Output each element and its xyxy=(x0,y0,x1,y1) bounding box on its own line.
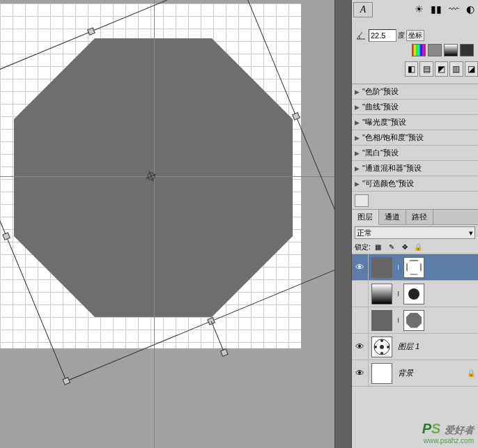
watermark-url: www.psahz.com xyxy=(422,437,474,445)
preset-selcolor[interactable]: ▶"可选颜色"预设 xyxy=(352,176,478,192)
horizontal-guide[interactable] xyxy=(0,176,334,177)
blackwhite-icon[interactable] xyxy=(460,44,474,56)
preset-label: "色相/饱和度"预设 xyxy=(362,132,424,143)
octagon-shape[interactable] xyxy=(14,38,293,317)
layer-thumbnail[interactable] xyxy=(371,310,392,331)
tab-channels[interactable]: 通道 xyxy=(379,210,406,224)
vector-mask-thumbnail[interactable] xyxy=(403,310,424,331)
disclosure-triangle-icon: ▶ xyxy=(355,180,360,187)
link-icon: ⁞ xyxy=(394,316,401,324)
blend-mode-row: 正常 ▾ xyxy=(352,225,478,240)
invert-icon[interactable]: ◧ xyxy=(405,61,418,77)
selcolor-icon[interactable]: ◪ xyxy=(465,61,478,77)
tab-layers[interactable]: 图层 xyxy=(352,210,379,225)
levels-icon[interactable]: ▮▮ xyxy=(429,2,445,16)
svg-rect-12 xyxy=(221,349,228,356)
preset-curves[interactable]: ▶"曲线"预设 xyxy=(352,100,478,115)
preset-label: "黑白"预设 xyxy=(362,148,399,158)
visibility-toggle-icon[interactable] xyxy=(352,281,369,307)
presets-panel: ▶"色阶"预设 ▶"曲线"预设 ▶"曝光度"预设 ▶"色相/饱和度"预设 ▶"黑… xyxy=(352,84,478,387)
coord-button[interactable]: 坐标 xyxy=(406,30,424,41)
watermark-p: P xyxy=(422,421,431,436)
lock-transparency-icon[interactable]: ▦ xyxy=(373,242,384,252)
hue-sat-icon[interactable] xyxy=(428,44,442,56)
disclosure-triangle-icon: ▶ xyxy=(355,165,360,172)
exposure-icon[interactable]: ◐ xyxy=(463,2,479,16)
posterize-icon[interactable]: ▤ xyxy=(419,61,433,77)
preset-levels[interactable]: ▶"色阶"预设 xyxy=(352,84,478,100)
vertical-guide[interactable] xyxy=(154,0,155,448)
disclosure-triangle-icon: ▶ xyxy=(355,88,360,95)
rotation-angle-input[interactable] xyxy=(369,29,396,42)
chevron-down-icon: ▾ xyxy=(469,229,473,238)
disclosure-triangle-icon: ▶ xyxy=(355,119,360,126)
layer-row-gradient[interactable]: ⁞ xyxy=(352,281,478,307)
preset-label: "可选颜色"预设 xyxy=(362,178,414,189)
lock-label: 锁定: xyxy=(355,242,371,252)
vibrance-icon[interactable] xyxy=(412,44,426,56)
tab-paths[interactable]: 路径 xyxy=(406,210,433,224)
link-icon: ⁞ xyxy=(394,263,401,271)
svg-rect-4 xyxy=(63,378,70,385)
preset-label: "色阶"预设 xyxy=(362,86,399,97)
preset-huesat[interactable]: ▶"色相/饱和度"预设 xyxy=(352,130,478,146)
layer-name[interactable]: 图层 1 xyxy=(395,341,419,352)
brightness-icon[interactable]: ☀ xyxy=(412,2,427,16)
gradmap-icon[interactable]: ▥ xyxy=(449,61,463,77)
character-panel-icon[interactable]: A xyxy=(353,2,373,17)
link-icon: ⁞ xyxy=(394,290,401,298)
rotation-angle-row: 度 坐标 xyxy=(352,28,478,43)
threshold-icon[interactable]: ◩ xyxy=(435,61,448,77)
right-panel-stack: A ☀ ▮▮ 〰 ◐ 度 坐标 ◧ ▤ ◩ ▥ ◪ ▶"色阶"预设 ▶"曲线"预… xyxy=(352,0,478,448)
canvas-area[interactable] xyxy=(0,0,334,448)
visibility-toggle-icon[interactable]: 👁 xyxy=(352,360,369,387)
watermark-cn: 爱好者 xyxy=(445,424,474,435)
layer-name[interactable]: 背景 xyxy=(395,368,413,378)
layer-thumbnail[interactable] xyxy=(371,337,392,357)
adjustments-footer xyxy=(352,192,478,210)
layer-thumbnail[interactable] xyxy=(371,363,392,384)
preset-label: "通道混和器"预设 xyxy=(362,163,422,173)
svg-point-17 xyxy=(380,339,383,342)
layer-thumbnail[interactable] xyxy=(371,257,392,278)
watermark-s: S xyxy=(431,421,440,436)
vector-mask-thumbnail[interactable] xyxy=(403,257,424,278)
lock-icon: 🔒 xyxy=(467,369,475,377)
preset-label: "曝光度"预设 xyxy=(362,117,406,128)
svg-point-19 xyxy=(374,346,377,348)
panel-separator[interactable] xyxy=(334,0,352,448)
svg-point-14 xyxy=(408,288,419,300)
visibility-toggle-icon[interactable]: 👁 xyxy=(352,254,369,281)
angle-icon xyxy=(355,30,367,41)
lock-all-icon[interactable]: 🔒 xyxy=(413,242,424,252)
disclosure-triangle-icon: ▶ xyxy=(355,104,360,111)
blend-mode-select[interactable]: 正常 ▾ xyxy=(355,226,475,239)
adjustment-icon-row-1: ☀ ▮▮ 〰 ◐ xyxy=(412,0,478,18)
preset-channelmixer[interactable]: ▶"通道混和器"预设 xyxy=(352,161,478,176)
lock-position-icon[interactable]: ✥ xyxy=(399,242,410,252)
lock-row: 锁定: ▦ ✎ ✥ 🔒 xyxy=(352,240,478,254)
layers-list: 👁 ⁞ ⁞ xyxy=(352,254,478,387)
layer-row-background[interactable]: 👁 背景 🔒 xyxy=(352,360,478,387)
preset-label: "曲线"预设 xyxy=(362,102,399,112)
layer-row-shape2[interactable]: ⁞ xyxy=(352,307,478,334)
layer-row-shape3[interactable]: 👁 ⁞ xyxy=(352,254,478,281)
layer-mask-thumbnail[interactable] xyxy=(403,284,424,304)
return-icon[interactable] xyxy=(355,194,369,207)
disclosure-triangle-icon: ▶ xyxy=(355,150,360,157)
curves-icon[interactable]: 〰 xyxy=(446,2,461,16)
svg-point-18 xyxy=(380,352,383,355)
visibility-toggle-icon[interactable] xyxy=(352,307,369,334)
disclosure-triangle-icon: ▶ xyxy=(355,134,360,141)
visibility-toggle-icon[interactable]: 👁 xyxy=(352,334,369,360)
blend-mode-value: 正常 xyxy=(357,228,372,238)
color-balance-icon[interactable] xyxy=(444,44,458,56)
layer-thumbnail[interactable] xyxy=(371,284,392,304)
svg-point-20 xyxy=(387,346,390,348)
preset-bw[interactable]: ▶"黑白"预设 xyxy=(352,146,478,161)
lock-pixels-icon[interactable]: ✎ xyxy=(386,242,397,252)
layer-row-layer1[interactable]: 👁 图层 1 xyxy=(352,334,478,360)
angle-unit-label: 度 xyxy=(398,31,405,40)
preset-exposure[interactable]: ▶"曝光度"预设 xyxy=(352,115,478,130)
adjustment-icon-row-3: ◧ ▤ ◩ ▥ ◪ xyxy=(405,61,478,77)
